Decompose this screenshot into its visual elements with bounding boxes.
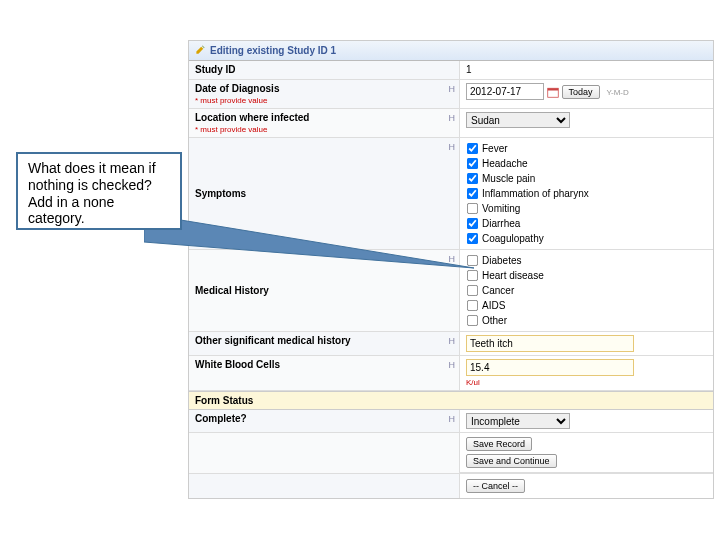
medical-history-item: Diabetes [466,253,707,268]
history-icon[interactable]: H [449,113,456,123]
symptom-checkbox[interactable] [467,203,478,214]
date-format-hint: Y-M-D [606,88,628,97]
history-icon[interactable]: H [449,336,456,346]
wbc-input[interactable] [466,359,634,376]
form-status-header: Form Status [189,391,713,410]
label-medical-history: Medical History [195,285,269,296]
callout-text: What does it mean if nothing is checked?… [28,160,156,226]
row-save-buttons: Save Record Save and Continue [189,433,713,474]
symptom-item: Muscle pain [466,171,707,186]
symptom-label: Muscle pain [482,173,535,184]
form-header-title: Editing existing Study ID 1 [210,45,336,56]
required-date: * must provide value [195,96,453,105]
symptoms-list: FeverHeadacheMuscle painInflammation of … [460,138,713,249]
medical-history-label: Heart disease [482,270,544,281]
label-wbc: White Blood Cells [195,359,280,370]
history-icon[interactable]: H [449,142,456,152]
symptom-label: Headache [482,158,528,169]
row-complete: Complete? H Incomplete [189,410,713,433]
value-study-id: 1 [466,64,472,75]
history-icon[interactable]: H [449,414,456,424]
symptom-checkbox[interactable] [467,218,478,229]
symptom-item: Inflammation of pharynx [466,186,707,201]
row-symptoms: Symptoms H FeverHeadacheMuscle painInfla… [189,138,713,250]
medical-history-checkbox[interactable] [467,300,478,311]
label-date-of-diagnosis: Date of Diagnosis [195,83,279,94]
symptom-item: Diarrhea [466,216,707,231]
medical-history-item: Cancer [466,283,707,298]
history-icon[interactable]: H [449,84,456,94]
form-container: Editing existing Study ID 1 Study ID 1 D… [188,40,714,499]
complete-select[interactable]: Incomplete [466,413,570,429]
symptom-checkbox[interactable] [467,233,478,244]
row-cancel: -- Cancel -- [189,474,713,498]
label-symptoms: Symptoms [195,188,246,199]
symptom-label: Fever [482,143,508,154]
edit-icon [195,44,206,57]
row-medical-history: Medical History H DiabetesHeart diseaseC… [189,250,713,332]
symptom-item: Headache [466,156,707,171]
cancel-button[interactable]: -- Cancel -- [466,479,525,493]
date-of-diagnosis-input[interactable] [466,83,544,100]
symptom-label: Coagulopathy [482,233,544,244]
medical-history-label: Diabetes [482,255,521,266]
label-study-id: Study ID [195,64,236,75]
callout-box: What does it mean if nothing is checked?… [16,152,182,230]
history-icon[interactable]: H [449,360,456,370]
today-button[interactable]: Today [562,85,600,99]
medical-history-label: Other [482,315,507,326]
label-complete: Complete? [195,413,247,424]
medical-history-checkbox[interactable] [467,255,478,266]
row-study-id: Study ID 1 [189,61,713,80]
row-other-history: Other significant medical history H [189,332,713,356]
required-location: * must provide value [195,125,453,134]
medical-history-checkbox[interactable] [467,285,478,296]
wbc-unit: K/ul [466,378,707,387]
symptom-item: Vomiting [466,201,707,216]
save-continue-button[interactable]: Save and Continue [466,454,557,468]
save-record-button[interactable]: Save Record [466,437,532,451]
svg-rect-1 [548,89,559,91]
medical-history-item: Heart disease [466,268,707,283]
medical-history-item: AIDS [466,298,707,313]
row-date-of-diagnosis: Date of Diagnosis * must provide value H… [189,80,713,109]
medical-history-checkbox[interactable] [467,315,478,326]
medical-history-checkbox[interactable] [467,270,478,281]
calendar-icon[interactable] [547,86,559,98]
symptom-checkbox[interactable] [467,173,478,184]
label-other-history: Other significant medical history [195,335,351,346]
symptom-label: Vomiting [482,203,520,214]
medical-history-label: AIDS [482,300,505,311]
symptom-label: Inflammation of pharynx [482,188,589,199]
symptom-item: Fever [466,141,707,156]
row-location: Location where infected * must provide v… [189,109,713,138]
form-header: Editing existing Study ID 1 [189,41,713,61]
symptom-item: Coagulopathy [466,231,707,246]
medical-history-item: Other [466,313,707,328]
history-icon[interactable]: H [449,254,456,264]
symptom-label: Diarrhea [482,218,520,229]
row-wbc: White Blood Cells H K/ul [189,356,713,391]
medical-history-list: DiabetesHeart diseaseCancerAIDSOther [460,250,713,331]
location-select[interactable]: Sudan [466,112,570,128]
other-history-input[interactable] [466,335,634,352]
medical-history-label: Cancer [482,285,514,296]
symptom-checkbox[interactable] [467,143,478,154]
symptom-checkbox[interactable] [467,188,478,199]
label-location: Location where infected [195,112,309,123]
symptom-checkbox[interactable] [467,158,478,169]
